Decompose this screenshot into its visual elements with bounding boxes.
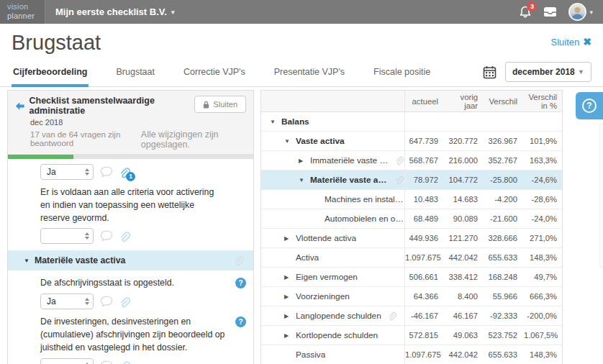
cell-value: 271,0% — [524, 234, 563, 242]
cell-value: 655.633 — [484, 350, 524, 359]
row-toggle-icon: ▼ — [299, 177, 310, 183]
column-header: vorig jaar — [445, 93, 484, 110]
cell-value: 655.633 — [484, 253, 524, 262]
topbar: vision planner Mijn eerste checklist B.V… — [0, 0, 603, 24]
table-row-langlopende-schulden[interactable]: ▶ Langlopende schulden -46.16746.167-92.… — [261, 306, 562, 326]
comment-icon[interactable] — [100, 166, 113, 178]
select-stepper-icon — [85, 232, 89, 240]
cell-value: 68.489 — [405, 214, 445, 223]
cell-value: 647.739 — [405, 137, 445, 145]
help-icon[interactable]: ? — [235, 278, 246, 288]
cell-value: 163,3% — [524, 156, 563, 165]
cell-value: 148,3% — [524, 350, 563, 359]
checklist-answer-row — [40, 228, 253, 244]
column-header: Verschil in % — [524, 93, 563, 110]
cell-value: 121.270 — [445, 234, 484, 242]
checklist-period: dec 2018 — [30, 118, 194, 127]
cell-value: 328.666 — [484, 234, 524, 242]
cell-value: 666,3% — [524, 292, 563, 301]
help-panel-edge — [599, 124, 603, 268]
visionplanner-logo[interactable]: vision planner — [0, 0, 45, 24]
page-close-button[interactable]: Sluiten ✖ — [551, 36, 591, 47]
checklist-title: Checklist samenstelwaardige administrati… — [29, 96, 194, 116]
checklist-answer-row — [40, 358, 253, 364]
period-select[interactable]: december 2018 ▼ — [505, 62, 591, 82]
cell-value: 216.000 — [445, 156, 484, 165]
cell-value: 326.967 — [484, 137, 524, 145]
cell-value: 101,9% — [524, 137, 563, 145]
cell-value: 568.767 — [405, 156, 445, 165]
table-row-vaste-activa[interactable]: ▼ Vaste activa 647.739320.772326.967101,… — [261, 132, 562, 151]
cell-value: 442.042 — [445, 253, 484, 262]
cell-value: 46.167 — [445, 311, 484, 320]
checklist-question: De afschrijvingsstaat is opgesteld. ? — [40, 277, 249, 290]
company-selector[interactable]: Mijn eerste checklist B.V. ▾ — [45, 0, 184, 24]
tab-cijferbeoordeling[interactable]: Cijferbeoordeling — [12, 57, 89, 87]
tab-brugstaat[interactable]: Brugstaat — [114, 57, 156, 87]
table-row-automobielen-en-overige-transportmiddel[interactable]: Automobielen en overige transportmiddel.… — [261, 209, 562, 229]
attachment-icon[interactable] — [234, 255, 245, 266]
table-row-passiva[interactable]: Passiva 1.097.675442.042655.633148,3% — [261, 345, 562, 364]
notifications-bell-icon[interactable]: 3 — [519, 5, 532, 19]
chevron-down-icon: ▾ — [589, 9, 593, 16]
tab-correctie-vjp-s[interactable]: Correctie VJP's — [182, 57, 247, 87]
answer-select[interactable]: Ja — [40, 164, 94, 180]
cell-value: -24,6% — [524, 176, 563, 184]
attachment-icon[interactable]: 1 — [119, 166, 131, 178]
comment-icon[interactable] — [100, 230, 113, 242]
select-stepper-icon — [85, 168, 89, 176]
cell-value: 449.936 — [405, 234, 445, 242]
cell-value: 8.400 — [445, 292, 484, 301]
checklist-panel: Checklist samenstelwaardige administrati… — [7, 90, 254, 364]
answer-select[interactable]: Ja — [40, 294, 94, 309]
cell-value: -46.167 — [405, 311, 445, 320]
cell-value: 320.772 — [445, 137, 484, 145]
checklist-section-header[interactable]: ▼ Materiële vaste activa — [8, 250, 253, 270]
cell-value: -24,0% — [524, 214, 563, 223]
tab-presentatie-vjp-s[interactable]: Presentatie VJP's — [273, 57, 346, 87]
row-toggle-icon: ▼ — [284, 138, 296, 145]
cell-value: 90.089 — [445, 214, 484, 223]
help-icon[interactable]: ? — [235, 317, 246, 327]
table-row-materi-le-vaste-activa[interactable]: ▼ Materiële vaste activa 78.972104.772-2… — [261, 170, 562, 190]
notification-badge: 3 — [527, 1, 537, 12]
table-row-eigen-vermogen[interactable]: ▶ Eigen vermogen 506.661338.412168.24849… — [261, 268, 562, 287]
row-toggle-icon: ▶ — [299, 158, 310, 164]
table-row-activa[interactable]: Activa 1.097.675442.042655.633148,3% — [261, 248, 562, 268]
checklist-question: De investeringen, desinvesteringen en (c… — [40, 316, 249, 354]
cell-value: 442.042 — [445, 350, 484, 359]
cell-value: 104.772 — [445, 176, 484, 184]
checklist-answer-row: Ja — [40, 294, 253, 309]
checklist-close-button[interactable]: Sluiten — [194, 96, 246, 113]
cell-value: 14.683 — [445, 195, 484, 204]
table-row-kortlopende-schulden[interactable]: ▶ Kortlopende schulden 572.81549.063523.… — [261, 326, 562, 345]
attachment-icon[interactable] — [119, 230, 131, 242]
attachment-icon[interactable] — [119, 296, 131, 308]
answer-select[interactable] — [40, 228, 94, 244]
attachment-icon[interactable] — [119, 360, 131, 364]
back-arrow-icon[interactable] — [15, 101, 24, 111]
balans-table: actueel vorig jaar Verschil Verschil in … — [260, 90, 563, 364]
table-row-machines-en-installaties[interactable]: Machines en installaties 10.48314.683-4.… — [261, 190, 562, 209]
lock-icon — [203, 101, 209, 109]
inbox-icon[interactable] — [543, 6, 557, 17]
calendar-icon[interactable] — [483, 65, 497, 79]
table-header: actueel vorig jaar Verschil Verschil in … — [261, 91, 562, 112]
cell-value: 49.063 — [445, 331, 484, 340]
company-name: Mijn eerste checklist B.V. — [55, 6, 167, 17]
help-button[interactable]: ? — [576, 92, 603, 119]
comment-icon[interactable] — [100, 296, 113, 307]
tab-fiscale-positie[interactable]: Fiscale positie — [372, 57, 432, 87]
cell-value: 1.097.675 — [405, 253, 445, 262]
cell-value: 78.972 — [405, 176, 445, 184]
table-row-balans[interactable]: ▼ Balans — [261, 112, 562, 132]
cell-value: 352.767 — [484, 156, 524, 165]
comment-icon[interactable] — [100, 360, 113, 364]
table-row-voorzieningen[interactable]: ▶ Voorzieningen 64.3668.40055.966666,3% — [261, 287, 562, 306]
table-row-vlottende-activa[interactable]: ▶ Vlottende activa 449.936121.270328.666… — [261, 229, 562, 248]
answer-select[interactable] — [40, 358, 94, 364]
row-toggle-icon: ▶ — [284, 332, 296, 339]
table-row-immateri-le-vaste-activa[interactable]: ▶ Immateriële vaste activa 568.767216.00… — [261, 151, 562, 170]
user-menu[interactable]: ▾ — [568, 3, 593, 21]
page-title: Brugstaat — [12, 31, 591, 55]
